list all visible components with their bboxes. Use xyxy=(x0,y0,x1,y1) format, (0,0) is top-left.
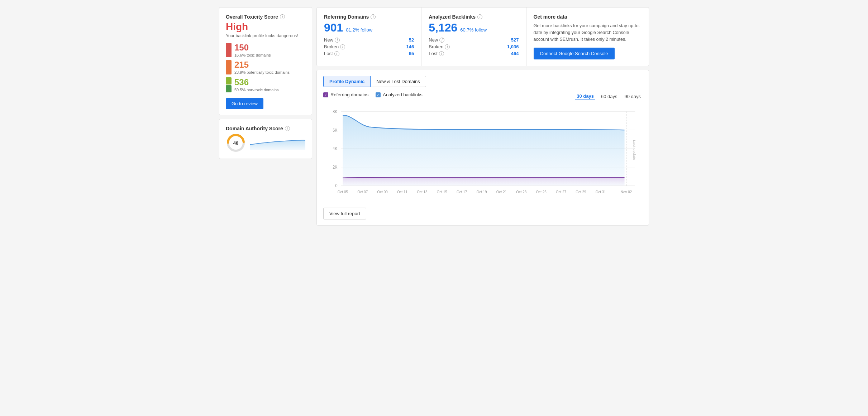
get-more-title: Get more data xyxy=(534,14,642,20)
referring-broken-info[interactable]: i xyxy=(340,44,345,49)
backlinks-broken-info[interactable]: i xyxy=(445,44,450,49)
chart-tabs: Profile Dynamic New & Lost Domains xyxy=(323,76,642,87)
analyzed-backlinks-title-text: Analyzed Backlinks xyxy=(429,14,476,20)
referring-broken-row: Broken i 146 xyxy=(324,44,414,49)
toxic-label: 16.6% toxic domains xyxy=(234,53,271,58)
view-full-report-button[interactable]: View full report xyxy=(323,208,366,219)
referring-new-value: 52 xyxy=(409,37,414,43)
analyzed-backlinks-big-row: 5,126 60.7% follow xyxy=(429,21,519,34)
referring-new-label: New i xyxy=(324,37,340,43)
referring-lost-row: Lost i 65 xyxy=(324,51,414,56)
svg-text:0: 0 xyxy=(335,183,338,188)
legend-referring-domains[interactable]: ✓ Referring domains xyxy=(323,92,368,97)
svg-text:Oct 07: Oct 07 xyxy=(357,190,368,194)
svg-text:Nov 02: Nov 02 xyxy=(621,190,632,194)
svg-text:4K: 4K xyxy=(333,146,338,151)
referring-domains-info-icon[interactable]: i xyxy=(371,14,376,19)
domain-authority-title-text: Domain Authority Score xyxy=(226,126,283,131)
tab-profile-dynamic[interactable]: Profile Dynamic xyxy=(323,76,371,87)
get-more-section: Get more data Get more backlinks for you… xyxy=(526,8,649,66)
donut-chart: 48 xyxy=(226,133,246,153)
tab-new-lost-domains[interactable]: New & Lost Domains xyxy=(371,76,426,87)
referring-domains-number: 901 xyxy=(324,21,343,34)
day-30[interactable]: 30 days xyxy=(575,93,595,100)
svg-text:6K: 6K xyxy=(333,128,338,132)
referring-new-info[interactable]: i xyxy=(335,38,340,43)
analyzed-backlinks-number: 5,126 xyxy=(429,21,457,34)
potentially-toxic-label: 23.9% potentially toxic domains xyxy=(234,70,290,75)
referring-lost-label: Lost i xyxy=(324,51,339,56)
analyzed-backlinks-follow: 60.7% follow xyxy=(460,27,487,33)
domain-authority-info-icon[interactable]: i xyxy=(285,126,290,131)
left-panel: Overall Toxicity Score i High Your backl… xyxy=(219,7,312,226)
domain-authority-card: Domain Authority Score i 48 xyxy=(219,119,312,159)
toxicity-title: Overall Toxicity Score i xyxy=(226,14,305,20)
backlinks-broken-value: 1,036 xyxy=(507,44,519,49)
analyzed-backlinks-info-icon[interactable]: i xyxy=(477,14,482,19)
legend-backlinks-label: Analyzed backlinks xyxy=(383,92,423,97)
svg-text:2K: 2K xyxy=(333,165,338,170)
nontoxic-count: 536 xyxy=(234,77,279,87)
bar-row-nontoxic: 536 59.5% non-toxic domains xyxy=(226,77,305,92)
chart-area: 8K 6K 4K 2K 0 Oct 05 Oct 07 xyxy=(323,104,642,204)
svg-text:Oct 29: Oct 29 xyxy=(576,190,586,194)
toxicity-info-icon[interactable]: i xyxy=(280,14,285,19)
svg-text:Last update: Last update xyxy=(633,140,636,160)
svg-text:Oct 05: Oct 05 xyxy=(338,190,348,194)
domain-score-row: 48 xyxy=(226,133,305,153)
right-panel: Referring Domains i 901 81.2% follow New… xyxy=(316,7,649,226)
legend-analyzed-backlinks[interactable]: ✓ Analyzed backlinks xyxy=(376,92,423,97)
bar-row-toxic: 150 16.6% toxic domains xyxy=(226,43,305,58)
svg-text:8K: 8K xyxy=(333,110,338,114)
bar-yellow-green xyxy=(226,77,232,84)
svg-text:Oct 15: Oct 15 xyxy=(437,190,447,194)
svg-text:Oct 17: Oct 17 xyxy=(457,190,467,194)
domain-authority-sparkline xyxy=(250,136,305,150)
svg-text:Oct 13: Oct 13 xyxy=(417,190,427,194)
bar-row-potentially-toxic: 215 23.9% potentially toxic domains xyxy=(226,60,305,75)
bar-info-nontoxic: 536 59.5% non-toxic domains xyxy=(234,77,279,92)
referring-lost-value: 65 xyxy=(409,51,414,56)
get-more-text: Get more backlinks for your campaign and… xyxy=(534,23,642,43)
backlinks-lost-info[interactable]: i xyxy=(439,51,444,56)
main-chart-svg: 8K 6K 4K 2K 0 Oct 05 Oct 07 xyxy=(323,104,642,204)
analyzed-backlinks-title: Analyzed Backlinks i xyxy=(429,14,519,20)
toxicity-title-text: Overall Toxicity Score xyxy=(226,14,278,20)
toxic-count: 150 xyxy=(234,43,271,53)
bar-info-toxic: 150 16.6% toxic domains xyxy=(234,43,271,58)
backlinks-broken-label: Broken i xyxy=(429,44,450,49)
toxicity-description: Your backlink profile looks dangerous! xyxy=(226,33,305,38)
domain-authority-score: 48 xyxy=(233,140,238,145)
chart-card: Profile Dynamic New & Lost Domains ✓ Ref… xyxy=(316,70,649,226)
bar-orange xyxy=(226,60,232,74)
backlinks-new-info[interactable]: i xyxy=(439,38,444,43)
nontoxic-label: 59.5% non-toxic domains xyxy=(234,87,279,92)
day-90[interactable]: 90 days xyxy=(623,93,642,100)
chart-days-row: 30 days 60 days 90 days xyxy=(575,93,642,100)
referring-broken-label: Broken i xyxy=(324,44,345,49)
day-60[interactable]: 60 days xyxy=(600,93,619,100)
chart-legend-row: ✓ Referring domains ✓ Analyzed backlinks xyxy=(323,92,423,97)
referring-domains-section: Referring Domains i 901 81.2% follow New… xyxy=(317,8,421,66)
top-metrics: Referring Domains i 901 81.2% follow New… xyxy=(316,7,649,66)
bar-info-potentially-toxic: 215 23.9% potentially toxic domains xyxy=(234,60,290,75)
go-to-review-button[interactable]: Go to review xyxy=(226,98,263,109)
svg-text:Oct 27: Oct 27 xyxy=(556,190,566,194)
svg-text:Oct 09: Oct 09 xyxy=(377,190,388,194)
svg-text:Oct 25: Oct 25 xyxy=(536,190,547,194)
backlinks-lost-row: Lost i 464 xyxy=(429,51,519,56)
referring-broken-value: 146 xyxy=(406,44,414,49)
legend-checkbox-purple: ✓ xyxy=(323,92,328,97)
connect-search-console-button[interactable]: Connect Google Search Console xyxy=(534,48,615,59)
svg-text:Oct 21: Oct 21 xyxy=(496,190,507,194)
toxicity-level: High xyxy=(226,21,305,33)
svg-text:Oct 19: Oct 19 xyxy=(476,190,487,194)
legend-checkbox-blue: ✓ xyxy=(376,92,381,97)
backlinks-new-row: New i 527 xyxy=(429,37,519,43)
potentially-toxic-count: 215 xyxy=(234,60,290,70)
referring-domains-title-text: Referring Domains xyxy=(324,14,369,20)
referring-domains-follow: 81.2% follow xyxy=(346,27,372,33)
toxicity-card: Overall Toxicity Score i High Your backl… xyxy=(219,7,312,115)
backlinks-broken-row: Broken i 1,036 xyxy=(429,44,519,49)
referring-lost-info[interactable]: i xyxy=(334,51,339,56)
